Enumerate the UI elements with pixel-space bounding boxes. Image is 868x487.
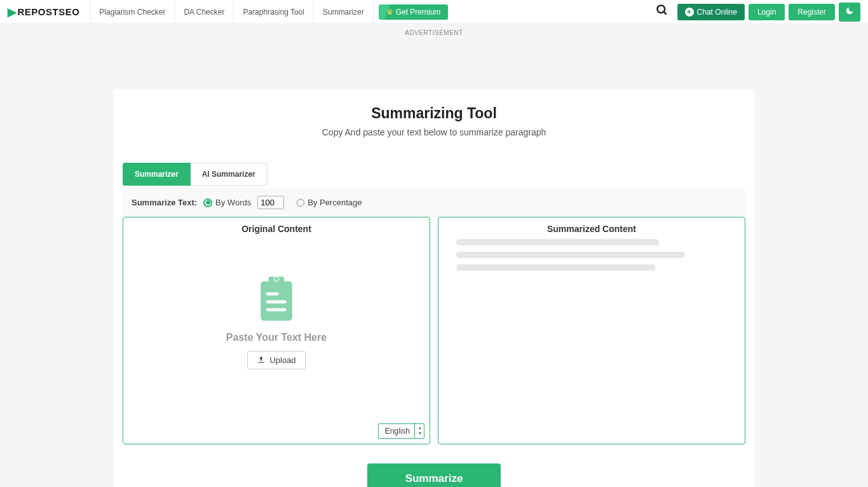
nav-left: ▶ REPOSTSEO Plagiarism Checker DA Checke… <box>8 0 448 24</box>
by-words-label: By Words <box>215 198 251 207</box>
skeleton-line <box>456 252 685 258</box>
nav-summarizer[interactable]: Summarizer <box>314 0 374 24</box>
summarized-title: Summarized Content <box>445 224 738 234</box>
dark-mode-toggle[interactable] <box>839 3 860 22</box>
svg-line-1 <box>663 12 666 15</box>
clipboard-icon <box>257 275 296 324</box>
content-boxes: Original Content Paste Your Text Here Up… <box>123 217 745 452</box>
by-words-radio-group: By Words <box>203 198 251 207</box>
svg-point-0 <box>657 6 665 13</box>
original-placeholder-area[interactable]: Paste Your Text Here Upload <box>130 245 423 398</box>
get-premium-button[interactable]: ♛ Get Premium <box>379 4 449 20</box>
upload-label: Upload <box>269 355 295 365</box>
original-content-box: Original Content Paste Your Text Here Up… <box>123 217 430 444</box>
summarize-button[interactable]: Summarize <box>367 463 501 487</box>
nav-da-checker[interactable]: DA Checker <box>175 0 234 24</box>
nav-paraphrasing[interactable]: Paraphrasing Tool <box>234 0 314 24</box>
svg-rect-7 <box>266 308 287 311</box>
paste-placeholder-text: Paste Your Text Here <box>226 332 327 343</box>
svg-rect-5 <box>266 292 279 295</box>
summarize-action-area: Summarize <box>123 452 745 487</box>
svg-point-4 <box>274 277 278 281</box>
upload-icon <box>257 355 266 364</box>
main-card: Summarizing Tool Copy And paste your tex… <box>114 90 754 487</box>
summarized-content-box: Summarized Content <box>438 217 745 444</box>
logo-arrow-icon: ▶ <box>8 5 17 19</box>
nav-links: Plagiarism Checker DA Checker Paraphrasi… <box>90 0 373 24</box>
tab-ai-summarizer[interactable]: AI Summarizer <box>191 163 268 186</box>
tab-summarizer[interactable]: Summarizer <box>123 163 191 186</box>
by-percentage-radio[interactable] <box>297 199 304 207</box>
original-title: Original Content <box>130 224 423 234</box>
chat-online-label: Chat Online <box>697 8 737 17</box>
nav-plagiarism[interactable]: Plagiarism Checker <box>90 0 175 24</box>
nav-right: 👁 Chat Online Login Register <box>656 3 860 22</box>
eye-icon: 👁 <box>685 8 694 17</box>
login-button[interactable]: Login <box>749 4 785 20</box>
search-icon[interactable] <box>656 4 668 20</box>
skeleton-line <box>456 264 656 271</box>
by-percentage-radio-group: By Percentage <box>297 198 362 207</box>
navbar: ▶ REPOSTSEO Plagiarism Checker DA Checke… <box>0 0 868 24</box>
upload-button[interactable]: Upload <box>247 351 305 369</box>
logo[interactable]: ▶ REPOSTSEO <box>8 5 79 19</box>
page-subtitle: Copy And paste your text below to summar… <box>123 127 745 137</box>
language-value: English <box>385 427 410 436</box>
crown-icon: ♛ <box>386 8 393 17</box>
page-title: Summarizing Tool <box>123 105 745 122</box>
by-words-radio[interactable] <box>203 198 212 207</box>
register-button[interactable]: Register <box>789 4 835 20</box>
logo-text: REPOSTSEO <box>18 6 80 17</box>
ad-label: ADVERTISEMENT <box>0 24 868 39</box>
options-bar: Summarize Text: By Words By Percentage <box>123 188 745 217</box>
words-count-input[interactable] <box>257 196 284 209</box>
summarize-text-label: Summarize Text: <box>132 198 197 207</box>
tabs: Summarizer AI Summarizer <box>123 163 745 186</box>
get-premium-label: Get Premium <box>396 8 441 17</box>
moon-icon <box>845 6 854 15</box>
language-select[interactable]: English <box>378 423 424 439</box>
svg-rect-6 <box>266 300 287 303</box>
by-percentage-label: By Percentage <box>308 198 362 207</box>
skeleton-line <box>456 239 659 245</box>
chat-online-button[interactable]: 👁 Chat Online <box>677 4 745 20</box>
